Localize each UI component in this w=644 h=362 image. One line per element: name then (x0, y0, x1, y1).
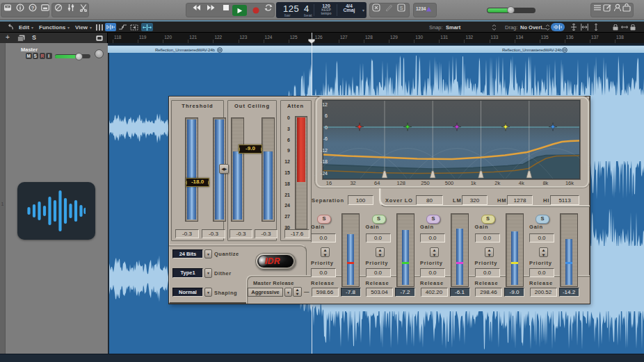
svg-text:-24: -24 (321, 171, 328, 176)
svg-text:16k: 16k (565, 180, 574, 186)
svg-text:?: ? (31, 4, 34, 10)
svg-text:4k: 4k (519, 180, 524, 186)
svg-text:128: 128 (397, 180, 406, 186)
svg-text:-18: -18 (321, 159, 328, 164)
svg-text:16: 16 (326, 180, 332, 186)
svg-text:8k: 8k (542, 180, 548, 186)
svg-text:250: 250 (421, 180, 430, 186)
svg-text:S: S (400, 6, 403, 10)
svg-text:12: 12 (322, 102, 328, 107)
svg-text:-12: -12 (321, 148, 328, 153)
svg-text:1k: 1k (471, 180, 476, 186)
svg-text:6: 6 (325, 113, 328, 118)
svg-text:-6: -6 (323, 136, 328, 141)
svg-text:500: 500 (445, 180, 454, 186)
svg-text:32: 32 (350, 180, 355, 186)
svg-text:2k: 2k (494, 180, 500, 186)
svg-text:0: 0 (325, 125, 328, 130)
svg-text:64: 64 (374, 180, 380, 186)
